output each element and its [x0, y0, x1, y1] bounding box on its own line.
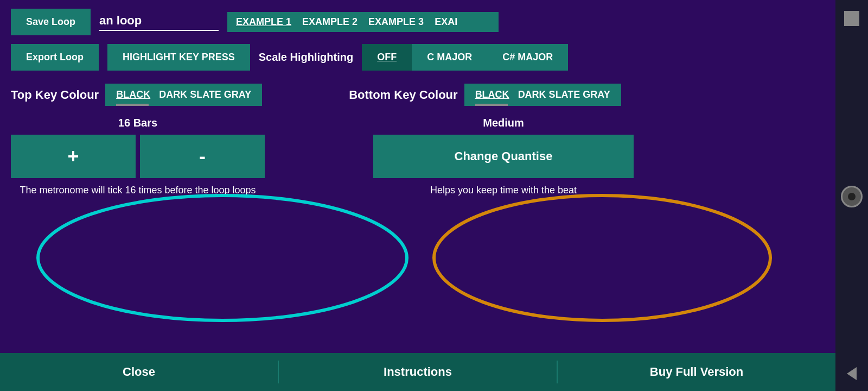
bars-description: The metronome will tick 16 times before …: [20, 184, 256, 197]
example2-button[interactable]: EXAMPLE 2: [302, 16, 358, 28]
quantise-title: Medium: [483, 117, 524, 129]
close-button[interactable]: Close: [0, 353, 278, 391]
export-loop-button[interactable]: Export Loop: [11, 44, 99, 71]
scale-options: OFF C MAJOR C# MAJOR: [362, 44, 568, 71]
quantise-section: Medium Change Quantise Helps you keep ti…: [373, 117, 634, 197]
top-key-colour-options: BLACK DARK SLATE GRAY: [105, 84, 262, 106]
record-icon-inner: [848, 193, 856, 200]
top-colour-underline: [116, 104, 149, 106]
highlight-key-press-button[interactable]: HIGHLIGHT KEY PRESS: [107, 44, 250, 71]
bottom-colour-underline: [475, 104, 508, 106]
bars-plus-button[interactable]: +: [11, 135, 136, 178]
square-icon: [844, 11, 859, 26]
quantise-description: Helps you keep time with the beat: [430, 184, 577, 197]
instructions-button[interactable]: Instructions: [279, 353, 557, 391]
row1: Save Loop EXAMPLE 1 EXAMPLE 2 EXAMPLE 3 …: [11, 9, 825, 35]
buy-full-version-button[interactable]: Buy Full Version: [558, 353, 835, 391]
example4-button[interactable]: EXAI: [435, 16, 457, 28]
bottom-key-colour-group: Bottom Key Colour BLACK DARK SLATE GRAY: [349, 84, 621, 106]
save-loop-button[interactable]: Save Loop: [11, 9, 91, 35]
top-key-colour-group: Top Key Colour BLACK DARK SLATE GRAY: [11, 84, 262, 106]
bottom-colour-black-button[interactable]: BLACK: [475, 89, 509, 100]
bottom-key-colour-options: BLACK DARK SLATE GRAY: [464, 84, 621, 106]
scale-off-button[interactable]: OFF: [362, 44, 412, 71]
example3-button[interactable]: EXAMPLE 3: [368, 16, 424, 28]
top-colour-black-button[interactable]: BLACK: [116, 89, 150, 100]
bottom-bar: Close Instructions Buy Full Version: [0, 353, 835, 391]
loop-name-input[interactable]: [99, 14, 219, 31]
main-content: Save Loop EXAMPLE 1 EXAMPLE 2 EXAMPLE 3 …: [0, 0, 835, 391]
bars-minus-button[interactable]: -: [140, 135, 265, 178]
back-arrow-icon[interactable]: [847, 367, 857, 380]
record-icon[interactable]: [841, 186, 863, 207]
row3: Top Key Colour BLACK DARK SLATE GRAY Bot…: [11, 84, 825, 106]
scale-cmajor-button[interactable]: C MAJOR: [412, 44, 487, 71]
examples-container: EXAMPLE 1 EXAMPLE 2 EXAMPLE 3 EXAI: [227, 12, 499, 32]
row2: Export Loop HIGHLIGHT KEY PRESS Scale Hi…: [11, 44, 825, 71]
change-quantise-button[interactable]: Change Quantise: [373, 135, 634, 178]
bars-section: 16 Bars + - The metronome will tick 16 t…: [11, 117, 265, 197]
row4: 16 Bars + - The metronome will tick 16 t…: [11, 117, 825, 382]
example1-button[interactable]: EXAMPLE 1: [236, 16, 291, 28]
scale-csharpmajor-button[interactable]: C# MAJOR: [487, 44, 568, 71]
top-key-colour-label: Top Key Colour: [11, 88, 99, 102]
top-colour-darkslategray-button[interactable]: DARK SLATE GRAY: [159, 89, 251, 100]
bottom-key-colour-label: Bottom Key Colour: [349, 88, 457, 102]
scale-highlighting-label: Scale Highlighting: [259, 51, 353, 64]
bars-buttons: + -: [11, 135, 265, 178]
bars-title: 16 Bars: [118, 117, 157, 129]
bottom-colour-darkslategray-button[interactable]: DARK SLATE GRAY: [518, 89, 610, 100]
right-sidebar: [835, 0, 868, 391]
